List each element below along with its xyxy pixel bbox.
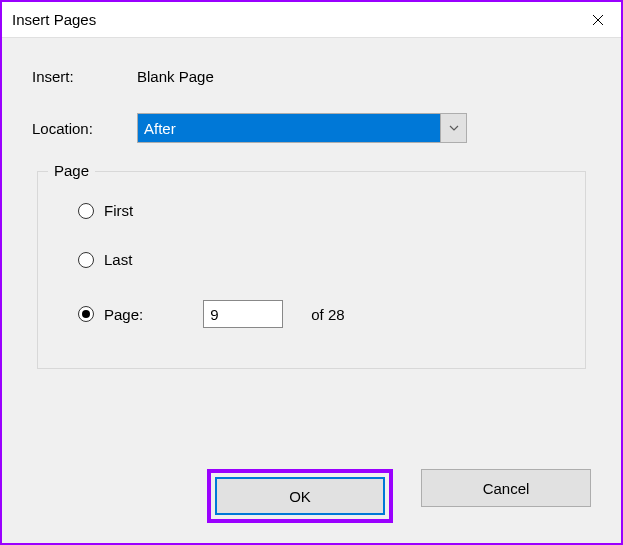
location-label: Location:: [32, 120, 137, 137]
radio-page[interactable]: [78, 306, 94, 322]
insert-label: Insert:: [32, 68, 137, 85]
page-total-text: of 28: [311, 306, 344, 323]
ok-button-label: OK: [289, 488, 311, 505]
radio-last-row: Last: [78, 251, 545, 268]
page-group: Page First Last Page: of 28: [37, 171, 586, 369]
close-icon: [592, 14, 604, 26]
close-button[interactable]: [575, 2, 621, 38]
radio-last[interactable]: [78, 252, 94, 268]
dialog-content: Insert: Blank Page Location: After Page …: [2, 38, 621, 469]
window-title: Insert Pages: [12, 11, 96, 28]
button-bar: OK Cancel: [2, 469, 621, 543]
cancel-button[interactable]: Cancel: [421, 469, 591, 507]
page-group-legend: Page: [48, 162, 95, 179]
location-row: Location: After: [32, 113, 591, 143]
insert-value: Blank Page: [137, 68, 214, 85]
radio-page-row: Page: of 28: [78, 300, 545, 328]
page-number-input[interactable]: [203, 300, 283, 328]
titlebar: Insert Pages: [2, 2, 621, 38]
radio-page-label[interactable]: Page:: [104, 306, 143, 323]
radio-last-label[interactable]: Last: [104, 251, 132, 268]
radio-first-row: First: [78, 202, 545, 219]
radio-first-label[interactable]: First: [104, 202, 133, 219]
location-select[interactable]: After: [137, 113, 467, 143]
cancel-button-label: Cancel: [483, 480, 530, 497]
radio-first[interactable]: [78, 203, 94, 219]
insert-pages-dialog: Insert Pages Insert: Blank Page Location…: [0, 0, 623, 545]
location-selected: After: [138, 114, 440, 142]
ok-highlight-box: OK: [207, 469, 393, 523]
chevron-down-icon: [440, 114, 466, 142]
ok-button[interactable]: OK: [215, 477, 385, 515]
insert-row: Insert: Blank Page: [32, 68, 591, 85]
